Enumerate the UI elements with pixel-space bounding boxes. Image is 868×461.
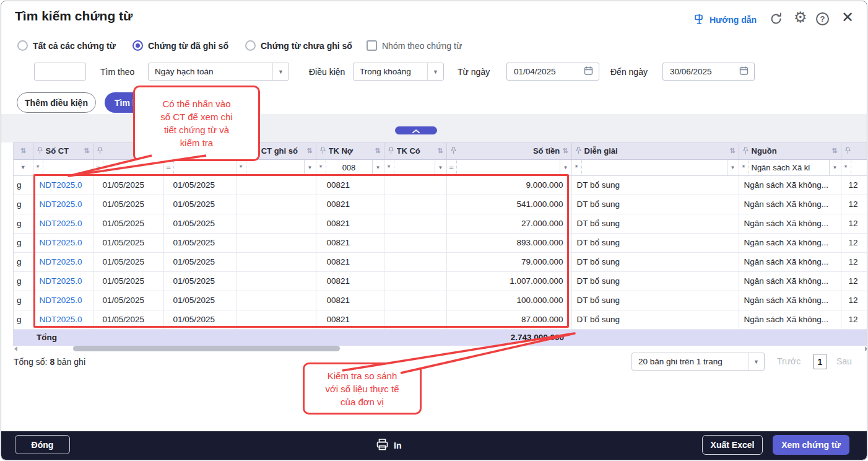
page-size-select[interactable]: 20 bản ghi trên 1 trang ▼ (631, 353, 765, 371)
refresh-icon[interactable] (769, 12, 783, 29)
radio-posted-documents[interactable]: Chứng từ đã ghi sổ (132, 40, 228, 51)
add-condition-button[interactable]: Thêm điều kiện (17, 92, 96, 113)
sort-icon[interactable]: ⇅ (831, 147, 837, 155)
sort-icon[interactable]: ⇅ (375, 147, 380, 155)
export-excel-button[interactable]: Xuất Excel (702, 435, 763, 455)
filter-input[interactable] (851, 160, 868, 175)
so-ct-link[interactable]: NDT2025.0 (40, 315, 82, 324)
prev-page-button[interactable]: Trước (777, 356, 801, 366)
header-so-ct[interactable]: Số CT⇅ (33, 143, 93, 159)
print-button[interactable]: In (376, 438, 401, 453)
filter-input[interactable] (581, 160, 727, 175)
sort-icon[interactable]: ⇅ (20, 147, 26, 155)
header-dien-giai[interactable]: Diễn giải⇅ (571, 143, 739, 159)
radio-unposted-documents[interactable]: Chứng từ chưa ghi sổ (245, 40, 352, 51)
header-tk-co[interactable]: TK Có⇅ (384, 143, 446, 159)
filter-dien-giai[interactable]: *▼ (571, 159, 739, 175)
filter-ngay-hach-toan[interactable]: = (93, 159, 163, 175)
filter-input[interactable]: Ngân sách Xã kl (749, 160, 829, 175)
header-nguon[interactable]: Nguồn⇅ (739, 143, 841, 159)
filter-tk-co[interactable]: *▼ (384, 159, 446, 175)
page-number[interactable]: 1 (813, 354, 827, 369)
filter-operator[interactable]: * (841, 163, 851, 172)
pin-icon[interactable] (450, 147, 457, 155)
filter-input[interactable] (394, 160, 435, 175)
chevron-down-icon[interactable]: ▼ (748, 353, 764, 370)
filter-operator[interactable]: = (164, 163, 173, 172)
radio-circle[interactable] (17, 40, 28, 51)
so-ct-link[interactable]: NDT2025.0 (40, 238, 82, 247)
pin-icon[interactable] (844, 147, 851, 155)
calendar-icon[interactable] (584, 66, 599, 78)
filter-operator[interactable]: = (447, 163, 456, 172)
header-extra[interactable] (841, 143, 867, 159)
checkbox[interactable] (367, 40, 377, 51)
header-so-tien[interactable]: Số tiền⇅ (446, 143, 571, 159)
horizontal-scrollbar[interactable] (13, 345, 867, 353)
filter-edge[interactable]: ▼ (14, 159, 33, 175)
filter-operator[interactable]: * (572, 163, 581, 172)
close-icon[interactable]: ✕ (841, 9, 854, 25)
pin-icon[interactable] (97, 147, 103, 155)
sort-icon[interactable]: ⇅ (562, 147, 568, 155)
calendar-icon[interactable] (739, 66, 754, 78)
filter-operator[interactable]: = (93, 163, 103, 172)
close-button[interactable]: Đóng (15, 435, 70, 454)
filter-input[interactable] (103, 160, 163, 175)
radio-all-documents[interactable]: Tất cả các chứng từ (17, 40, 116, 51)
sort-icon[interactable]: ⇅ (437, 147, 443, 155)
filter-ngay-chung-tu[interactable]: = (163, 159, 236, 175)
sort-icon[interactable]: ⇅ (84, 147, 89, 155)
filter-so-ct[interactable]: * (33, 159, 93, 175)
scrollbar-thumb[interactable] (73, 346, 340, 351)
guide-link[interactable]: Hướng dẫn (693, 13, 757, 27)
chevron-down-icon[interactable]: ▼ (560, 160, 571, 175)
scroll-left-icon[interactable] (14, 346, 17, 351)
filter-operator[interactable]: * (33, 163, 43, 172)
pin-icon[interactable] (388, 147, 394, 155)
pin-icon[interactable] (742, 147, 749, 155)
pin-icon[interactable] (37, 147, 43, 155)
so-ct-link[interactable]: NDT2025.0 (40, 296, 82, 305)
next-page-button[interactable]: Sau (836, 356, 852, 366)
chevron-down-icon[interactable]: ▼ (272, 63, 289, 80)
checkbox-group-by-document[interactable]: Nhóm theo chứng từ (367, 40, 462, 51)
to-date-input[interactable]: 30/06/2025 (662, 63, 755, 81)
so-ct-link[interactable]: NDT2025.0 (40, 219, 82, 228)
radio-circle-selected[interactable] (132, 40, 143, 51)
sort-icon[interactable]: ⇅ (729, 147, 735, 155)
filter-operator[interactable]: * (316, 163, 326, 172)
so-ct-link[interactable]: NDT2025.0 (40, 257, 82, 266)
chevron-down-icon[interactable]: ▼ (20, 164, 26, 170)
chevron-down-icon[interactable]: ▼ (435, 160, 446, 175)
help-icon[interactable]: ? (816, 12, 829, 25)
filter-input[interactable] (246, 160, 304, 175)
gear-icon[interactable]: ⚙ (794, 9, 807, 25)
filter-extra[interactable]: * (841, 159, 867, 175)
chevron-down-icon[interactable]: ▼ (427, 63, 443, 80)
filter-operator[interactable]: * (237, 163, 246, 172)
filter-so-ct-ghi-so[interactable]: *▼ (236, 159, 316, 175)
header-tk-no[interactable]: TK Nợ⇅ (316, 143, 384, 159)
so-ct-link[interactable]: NDT2025.0 (40, 276, 82, 286)
filter-nguon[interactable]: *Ngân sách Xã kl▼ (739, 159, 841, 175)
filter-input[interactable] (456, 160, 560, 175)
filter-input[interactable] (173, 160, 236, 175)
dieu-kien-select[interactable]: Trong khoảng ▼ (353, 63, 444, 81)
filter-so-tien[interactable]: =▼ (446, 159, 571, 175)
pin-icon[interactable] (575, 147, 582, 155)
chevron-down-icon[interactable]: ▼ (727, 160, 739, 175)
filter-operator[interactable]: * (739, 163, 749, 172)
filter-input[interactable]: 008 (326, 160, 372, 175)
scroll-right-icon[interactable] (865, 346, 867, 351)
view-document-button[interactable]: Xem chứng từ (773, 435, 849, 455)
filter-tk-no[interactable]: *008▼ (316, 159, 384, 175)
tim-theo-select[interactable]: Ngày hạch toán ▼ (148, 63, 289, 81)
radio-circle[interactable] (245, 40, 256, 51)
chevron-down-icon[interactable]: ▼ (304, 160, 316, 175)
from-date-input[interactable]: 01/04/2025 (506, 63, 599, 81)
chevron-down-icon[interactable]: ▼ (829, 160, 841, 175)
collapse-panel-button[interactable] (395, 126, 437, 134)
search-value-input[interactable] (34, 63, 86, 81)
filter-operator[interactable]: * (384, 163, 394, 172)
